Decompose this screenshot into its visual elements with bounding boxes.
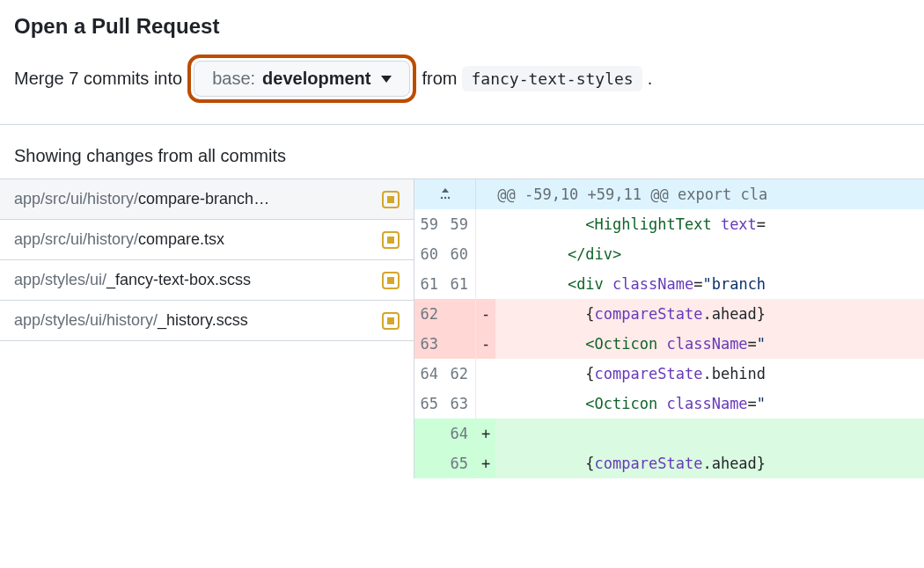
old-line-number: 62 — [414, 299, 445, 329]
diff-marker: + — [476, 448, 495, 478]
file-path: app/styles/ui/history/_history.scss — [14, 311, 248, 330]
file-path: app/styles/ui/_fancy-text-box.scss — [14, 271, 251, 289]
diff-code — [495, 419, 924, 448]
diff-pane: @@ -59,10 +59,11 @@ export cla5959 <High… — [414, 179, 924, 478]
new-line-number: 62 — [445, 359, 476, 389]
old-line-number: 61 — [414, 269, 445, 299]
file-list-item[interactable]: app/styles/ui/_fancy-text-box.scss — [0, 260, 414, 301]
diff-code: <Octicon className=" — [495, 389, 924, 419]
diff-marker: + — [476, 419, 495, 448]
diff-marker: - — [476, 299, 495, 329]
new-line-number — [445, 299, 476, 329]
diff-code: <Octicon className=" — [495, 329, 924, 359]
svg-point-2 — [447, 197, 449, 199]
diff-line: 6563 <Octicon className=" — [414, 389, 924, 419]
new-line-number: 61 — [445, 269, 476, 299]
expand-hunk-button[interactable] — [414, 179, 476, 209]
old-line-number — [414, 448, 445, 478]
new-line-number: 63 — [445, 389, 476, 419]
new-line-number: 65 — [445, 448, 476, 478]
file-list: app/src/ui/history/compare-branch…app/sr… — [0, 179, 414, 478]
base-branch-name: development — [262, 69, 370, 89]
new-line-number: 59 — [445, 209, 476, 239]
diff-line: 65+ {compareState.ahead} — [414, 448, 924, 478]
merge-period: . — [648, 69, 653, 89]
diff-marker: - — [476, 329, 495, 359]
svg-point-0 — [440, 197, 442, 199]
modified-icon — [382, 272, 400, 289]
file-list-item[interactable]: app/styles/ui/history/_history.scss — [0, 301, 414, 341]
diff-code: {compareState.ahead} — [495, 448, 924, 478]
changes-label: Showing changes from all commits — [0, 125, 924, 178]
new-line-number: 60 — [445, 239, 476, 269]
old-line-number: 60 — [414, 239, 445, 269]
new-line-number: 64 — [445, 419, 476, 448]
file-path: app/src/ui/history/compare.tsx — [14, 230, 224, 249]
base-branch-highlight: base: development — [187, 55, 416, 103]
diff-marker — [476, 209, 495, 239]
diff-marker — [476, 239, 495, 269]
diff-marker — [476, 359, 495, 389]
chevron-down-icon — [381, 76, 392, 83]
diff-line: 5959 <HighlightText text= — [414, 209, 924, 239]
diff-line: 6161 <div className="branch — [414, 269, 924, 299]
file-list-item[interactable]: app/src/ui/history/compare.tsx — [0, 220, 414, 260]
new-line-number — [445, 329, 476, 359]
old-line-number: 59 — [414, 209, 445, 239]
file-list-item[interactable]: app/src/ui/history/compare-branch… — [0, 179, 414, 220]
modified-icon — [382, 231, 400, 249]
diff-code: {compareState.ahead} — [495, 299, 924, 329]
diff-line: 62- {compareState.ahead} — [414, 299, 924, 329]
diff-marker — [476, 269, 495, 299]
merge-prefix-text: Merge 7 commits into — [14, 69, 182, 89]
diff-marker — [476, 389, 495, 419]
old-line-number — [414, 419, 445, 448]
old-line-number: 65 — [414, 389, 445, 419]
base-label-prefix: base: — [212, 69, 255, 89]
diff-code: {compareState.behind — [495, 359, 924, 389]
diff-hunk-header: @@ -59,10 +59,11 @@ export cla — [414, 179, 924, 209]
diff-line: 64+ — [414, 419, 924, 448]
merge-from-text: from — [422, 69, 457, 89]
diff-code: </div> — [495, 239, 924, 269]
old-line-number: 64 — [414, 359, 445, 389]
modified-icon — [382, 312, 400, 330]
base-branch-selector[interactable]: base: development — [194, 61, 410, 97]
diff-code: <div className="branch — [495, 269, 924, 299]
old-line-number: 63 — [414, 329, 445, 359]
modified-icon — [382, 191, 400, 208]
diff-line: 63- <Octicon className=" — [414, 329, 924, 359]
source-branch-chip: fancy-text-styles — [462, 66, 642, 91]
diff-line: 6462 {compareState.behind — [414, 359, 924, 389]
diff-code: <HighlightText text= — [495, 209, 924, 239]
svg-point-1 — [444, 197, 445, 199]
merge-description: Merge 7 commits into base: development f… — [14, 55, 910, 103]
diff-line: 6060 </div> — [414, 239, 924, 269]
file-path: app/src/ui/history/compare-branch… — [14, 190, 269, 208]
hunk-header-text: @@ -59,10 +59,11 @@ export cla — [476, 179, 924, 209]
page-title: Open a Pull Request — [14, 14, 910, 39]
